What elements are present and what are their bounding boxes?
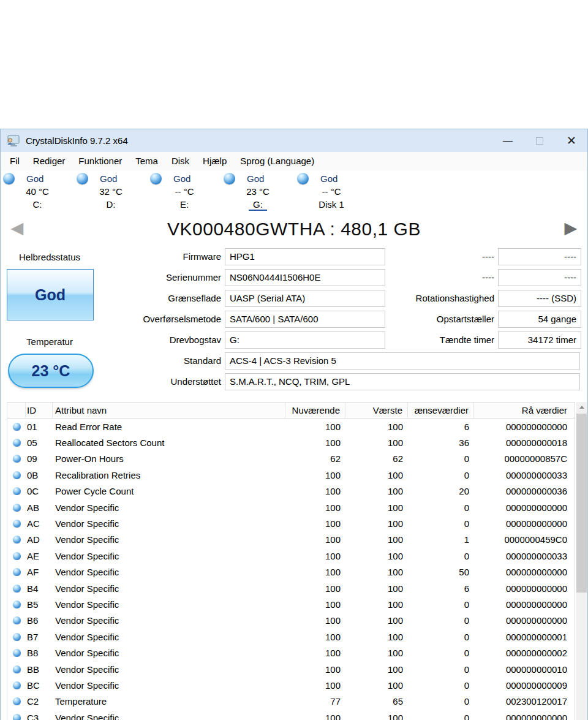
header-threshold: ænseværdier bbox=[408, 403, 474, 418]
attribute-raw-value: 000000000009 bbox=[474, 678, 575, 693]
status-orb-icon bbox=[7, 697, 26, 705]
attribute-name: Temperature bbox=[53, 694, 285, 709]
close-button[interactable]: ✕ bbox=[556, 129, 587, 152]
attribute-raw-value: 00000000857C bbox=[474, 451, 575, 466]
attribute-worst: 62 bbox=[345, 451, 408, 466]
drive-letter: C: bbox=[33, 199, 42, 210]
attribute-worst: 100 bbox=[345, 678, 408, 693]
attribute-current: 100 bbox=[285, 419, 345, 434]
attribute-name: Power Cycle Count bbox=[53, 483, 285, 499]
attribute-id: 01 bbox=[26, 419, 53, 434]
attribute-worst: 65 bbox=[345, 694, 408, 709]
menu-item-rediger[interactable]: Rediger bbox=[26, 152, 72, 170]
scrollbar-thumb[interactable] bbox=[576, 414, 587, 593]
table-row[interactable]: AD Vendor Specific 100 100 1 0000000459C… bbox=[7, 532, 575, 548]
attribute-worst: 100 bbox=[345, 564, 408, 580]
attribute-id: AD bbox=[26, 532, 53, 547]
table-row[interactable]: 0C Power Cycle Count 100 100 20 00000000… bbox=[7, 483, 575, 499]
attribute-name: Vendor Specific bbox=[53, 678, 285, 693]
info-label: ---- bbox=[389, 248, 494, 269]
info-label: Overførselsmetode bbox=[105, 311, 221, 332]
table-row[interactable]: AC Vendor Specific 100 100 0 00000000000… bbox=[7, 515, 575, 531]
attribute-threshold: 0 bbox=[408, 516, 474, 531]
menu-item-hjaelp[interactable]: Hjælp bbox=[196, 152, 233, 170]
previous-disk-button[interactable]: ◀ bbox=[6, 216, 29, 240]
attribute-worst: 100 bbox=[345, 629, 408, 645]
attribute-name: Power-On Hours bbox=[53, 451, 285, 466]
attribute-current: 100 bbox=[285, 597, 345, 612]
drive-tile-e[interactable]: God -- °C E: bbox=[148, 170, 221, 212]
table-row[interactable]: B7 Vendor Specific 100 100 0 00000000000… bbox=[7, 629, 575, 645]
info-label: Grænseflade bbox=[105, 290, 221, 311]
info-field: G: bbox=[225, 332, 385, 349]
smart-rows: 01 Read Error Rate 100 100 6 00000000000… bbox=[7, 419, 575, 720]
attribute-current: 62 bbox=[285, 451, 345, 466]
attribute-worst: 100 bbox=[345, 468, 408, 483]
table-scrollbar[interactable] bbox=[576, 402, 587, 720]
table-row[interactable]: BC Vendor Specific 100 100 0 00000000000… bbox=[7, 677, 575, 693]
table-row[interactable]: AF Vendor Specific 100 100 50 0000000000… bbox=[7, 564, 575, 580]
temperature-button[interactable]: 23 °C bbox=[8, 354, 94, 388]
drive-tile-d[interactable]: God 32 °C D: bbox=[74, 170, 148, 212]
table-row[interactable]: C2 Temperature 77 65 0 002300120017 bbox=[7, 694, 575, 710]
drive-status-line: God bbox=[221, 172, 295, 185]
table-row[interactable]: AB Vendor Specific 100 100 0 00000000000… bbox=[7, 499, 575, 515]
drive-tile-c[interactable]: God 40 °C C: bbox=[1, 170, 74, 212]
window-controls: — ✕ bbox=[492, 129, 587, 152]
drive-status: God bbox=[320, 173, 337, 184]
status-orb-icon bbox=[7, 536, 26, 544]
app-window: CrystalDiskInfo 9.7.2 x64 — ✕ Fil Redige… bbox=[0, 129, 588, 720]
menu-item-fil[interactable]: Fil bbox=[3, 152, 26, 170]
attribute-raw-value: 000000000010 bbox=[474, 662, 575, 677]
menubar: Fil Rediger Funktioner Tema Disk Hjælp S… bbox=[1, 152, 587, 170]
drive-tile-g[interactable]: God 23 °C G: bbox=[221, 170, 295, 212]
health-status-button[interactable]: God bbox=[7, 269, 94, 320]
drive-status: God bbox=[173, 173, 190, 184]
attribute-current: 100 bbox=[285, 435, 345, 450]
menu-item-sprog[interactable]: Sprog (Language) bbox=[233, 152, 321, 170]
temperature-label: Temperatur bbox=[1, 336, 99, 347]
next-disk-button[interactable]: ▶ bbox=[559, 216, 582, 240]
menu-item-disk[interactable]: Disk bbox=[165, 152, 196, 170]
attribute-id: 05 bbox=[26, 435, 53, 450]
table-row[interactable]: B6 Vendor Specific 100 100 0 00000000000… bbox=[7, 613, 575, 629]
table-row[interactable]: 09 Power-On Hours 62 62 0 00000000857C bbox=[7, 451, 575, 467]
attribute-current: 100 bbox=[285, 613, 345, 628]
table-row[interactable]: 0B Recalibration Retries 100 100 0 00000… bbox=[7, 467, 575, 483]
table-row[interactable]: B5 Vendor Specific 100 100 0 00000000000… bbox=[7, 596, 575, 612]
table-row[interactable]: C3 Vendor Specific 100 100 0 00000000000… bbox=[7, 710, 575, 720]
attribute-threshold: 0 bbox=[408, 678, 474, 693]
table-row[interactable]: 01 Read Error Rate 100 100 6 00000000000… bbox=[7, 419, 575, 434]
info-field: 34172 timer bbox=[498, 332, 581, 349]
drive-tile-disk1[interactable]: God -- °C Disk 1 bbox=[295, 170, 368, 212]
table-row[interactable]: AE Vendor Specific 100 100 0 00000000003… bbox=[7, 548, 575, 564]
health-orb-icon bbox=[77, 173, 88, 184]
info-label: Standard bbox=[105, 352, 221, 369]
maximize-button[interactable] bbox=[524, 129, 556, 152]
disk-header: ◀ VK000480GWTHA : 480,1 GB ▶ bbox=[1, 212, 587, 246]
drive-letter-wrap: E: bbox=[148, 198, 221, 211]
minimize-button[interactable]: — bbox=[492, 129, 524, 152]
table-row[interactable]: B8 Vendor Specific 100 100 0 00000000000… bbox=[7, 645, 575, 661]
table-row[interactable]: 05 Reallocated Sectors Count 100 100 36 … bbox=[7, 434, 575, 450]
table-row[interactable]: B4 Vendor Specific 100 100 6 00000000000… bbox=[7, 580, 575, 596]
info-field: 54 gange bbox=[498, 311, 581, 328]
smart-table-header: ID Attribut navn Nuværende Værste ænsevæ… bbox=[7, 403, 575, 419]
scroll-up-icon[interactable] bbox=[576, 402, 587, 412]
status-orb-icon bbox=[7, 681, 26, 689]
health-orb-icon bbox=[224, 173, 235, 184]
menu-item-funktioner[interactable]: Funktioner bbox=[72, 152, 129, 170]
drive-letter-wrap: C: bbox=[1, 198, 74, 211]
drive-temperature: 32 °C bbox=[74, 185, 148, 198]
drive-letter: E: bbox=[180, 199, 189, 210]
app-icon[interactable] bbox=[6, 134, 21, 148]
attribute-current: 100 bbox=[285, 678, 345, 693]
status-orb-icon bbox=[7, 568, 26, 576]
attribute-threshold: 0 bbox=[408, 548, 474, 564]
table-row[interactable]: BB Vendor Specific 100 100 0 00000000001… bbox=[7, 661, 575, 677]
menu-item-tema[interactable]: Tema bbox=[129, 152, 165, 170]
attribute-worst: 100 bbox=[345, 516, 408, 531]
info-area: Helbredsstatus God Temperatur 23 °C Firm… bbox=[1, 246, 587, 402]
attribute-raw-value: 000000000036 bbox=[474, 483, 575, 499]
attribute-name: Vendor Specific bbox=[53, 548, 285, 564]
